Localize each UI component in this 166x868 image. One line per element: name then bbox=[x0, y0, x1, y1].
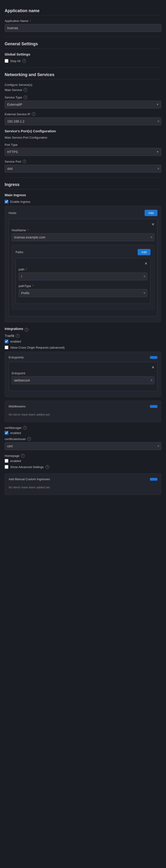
middlewares-card: Middlewares No items have been added yet… bbox=[5, 401, 161, 422]
paths-card: Paths Add × path * bbox=[12, 245, 154, 310]
port-type-label: Port Type bbox=[5, 143, 161, 147]
certificate-issuer-input[interactable] bbox=[5, 442, 161, 450]
add-manual-ingresses-label: Add Manual Custom Ingresses bbox=[9, 477, 50, 481]
external-service-ip-label: External Service IP ? bbox=[5, 112, 161, 116]
stop-all-help-icon[interactable]: ? bbox=[22, 59, 26, 63]
enable-ingress-label: Enable Ingress bbox=[10, 200, 31, 204]
entrypoints-add-button[interactable] bbox=[150, 356, 157, 359]
entrypoint-label: Entrypoint bbox=[12, 371, 154, 375]
entrypoint-item: × Entrypoint × bbox=[9, 362, 157, 391]
path-label: path * bbox=[18, 268, 148, 271]
main-service-port-config-label: Main Service Port Configuration bbox=[5, 136, 161, 139]
host-close-button[interactable]: × bbox=[152, 222, 154, 226]
entrypoints-card: Entrypoints × Entrypoint × bbox=[5, 352, 161, 397]
allow-cross-origin-label: Allow Cross Origin Requests (advanced) bbox=[10, 346, 65, 349]
traefik-help-icon[interactable]: ? bbox=[16, 334, 19, 338]
manual-ingresses-no-items: No items have been added yet. bbox=[9, 484, 157, 491]
middlewares-label: Middlewares bbox=[9, 405, 26, 408]
service-type-label: Service Type ? bbox=[5, 95, 161, 99]
main-ingress-label: Main Ingress bbox=[5, 193, 161, 197]
main-service-help-icon[interactable]: ? bbox=[24, 88, 27, 92]
host-item: × HostName * × Paths Add bbox=[9, 219, 157, 316]
enable-ingress-checkbox[interactable] bbox=[5, 200, 8, 204]
networking-section-title: Networking and Services bbox=[5, 72, 161, 79]
external-service-ip-input[interactable] bbox=[5, 117, 161, 125]
stop-all-checkbox[interactable] bbox=[5, 59, 8, 63]
service-port-label: Service Port ? bbox=[5, 160, 161, 163]
entrypoints-label: Entrypoints bbox=[9, 355, 24, 359]
entrypoint-close-button[interactable]: × bbox=[152, 365, 154, 370]
traefik-enabled-checkbox[interactable] bbox=[5, 340, 8, 343]
integrations-label: Integrations ? bbox=[5, 327, 161, 333]
entrypoint-clear-icon[interactable]: × bbox=[151, 378, 153, 382]
certificate-issuer-clear-icon[interactable]: × bbox=[157, 444, 160, 448]
cert-manager-label: certManager ? bbox=[5, 426, 161, 430]
external-service-ip-help-icon[interactable]: ? bbox=[32, 112, 36, 116]
show-advanced-label: Show Advanced Settings bbox=[10, 465, 44, 469]
homepage-help-icon[interactable]: ? bbox=[21, 454, 25, 458]
hosts-label: Hosts bbox=[9, 211, 16, 215]
service-port-help-icon[interactable]: ? bbox=[23, 160, 26, 163]
certificate-issuer-help-icon[interactable]: ? bbox=[27, 437, 31, 441]
path-input[interactable] bbox=[18, 273, 148, 280]
paths-add-button[interactable]: Add bbox=[138, 249, 151, 255]
port-type-select[interactable]: HTTPS HTTP TCP UDP bbox=[5, 148, 161, 156]
cert-manager-enabled-checkbox[interactable] bbox=[5, 431, 8, 435]
configure-services-label: Configure Service(s) bbox=[5, 83, 161, 87]
external-service-ip-clear-icon[interactable]: × bbox=[157, 119, 160, 123]
path-type-clear-icon[interactable]: × bbox=[143, 291, 146, 295]
middlewares-add-button[interactable] bbox=[150, 405, 157, 408]
manual-custom-ingresses-card: Add Manual Custom Ingresses No items hav… bbox=[5, 473, 161, 495]
path-close-button[interactable]: × bbox=[144, 261, 148, 266]
cert-manager-enabled-label: enabled bbox=[10, 431, 21, 435]
paths-label: Paths bbox=[15, 250, 23, 254]
app-name-required: * bbox=[30, 19, 31, 23]
ports-config-label: Service's Port(s) Configuration bbox=[5, 129, 161, 133]
middlewares-no-items: No items have been added yet. bbox=[9, 411, 157, 418]
app-name-input[interactable] bbox=[5, 24, 161, 32]
general-settings-title: General Settings bbox=[5, 41, 161, 49]
hosts-add-button[interactable]: Add bbox=[144, 210, 157, 216]
path-type-label: pathType * bbox=[18, 284, 148, 288]
hostname-label: HostName * bbox=[12, 228, 154, 232]
service-type-select[interactable]: ExternalIP ClusterIP NodePort bbox=[5, 100, 161, 108]
allow-cross-origin-checkbox[interactable] bbox=[5, 346, 8, 349]
stop-all-label: Stop All bbox=[10, 59, 20, 63]
traefik-enabled-label: enabled bbox=[10, 340, 21, 343]
homepage-enabled-checkbox[interactable] bbox=[5, 459, 8, 463]
service-port-input[interactable] bbox=[5, 165, 161, 173]
certificate-issuer-label: certificateIssuer ? bbox=[5, 437, 161, 441]
service-type-help-icon[interactable]: ? bbox=[24, 95, 27, 99]
main-service-label: Main Service ? bbox=[5, 88, 161, 92]
traefik-label: Traefik ? bbox=[5, 334, 161, 338]
global-settings-title: Global Settings bbox=[5, 52, 161, 56]
app-name-label: Application Name * bbox=[5, 19, 161, 23]
show-advanced-help-icon[interactable]: ? bbox=[46, 465, 49, 469]
hosts-card: Hosts Add × HostName * × bbox=[5, 206, 161, 322]
path-item: × path * × bbox=[15, 258, 151, 304]
show-advanced-checkbox[interactable] bbox=[5, 465, 8, 469]
path-clear-icon[interactable]: × bbox=[143, 274, 146, 279]
entrypoint-input[interactable] bbox=[12, 376, 154, 384]
add-manual-ingresses-button[interactable] bbox=[150, 478, 157, 480]
ingress-section-title: Ingress bbox=[5, 182, 161, 189]
integrations-help-icon[interactable]: ? bbox=[25, 328, 28, 332]
service-port-clear-icon[interactable]: × bbox=[157, 166, 160, 171]
path-type-input[interactable] bbox=[18, 289, 148, 297]
hostname-clear-icon[interactable]: × bbox=[151, 235, 153, 239]
app-name-section-title: Application name bbox=[5, 8, 161, 16]
homepage-label: Homepage ? bbox=[5, 454, 161, 458]
hostname-input[interactable] bbox=[12, 233, 154, 241]
homepage-enabled-label: enabled bbox=[10, 459, 21, 463]
cert-manager-help-icon[interactable]: ? bbox=[23, 426, 27, 430]
